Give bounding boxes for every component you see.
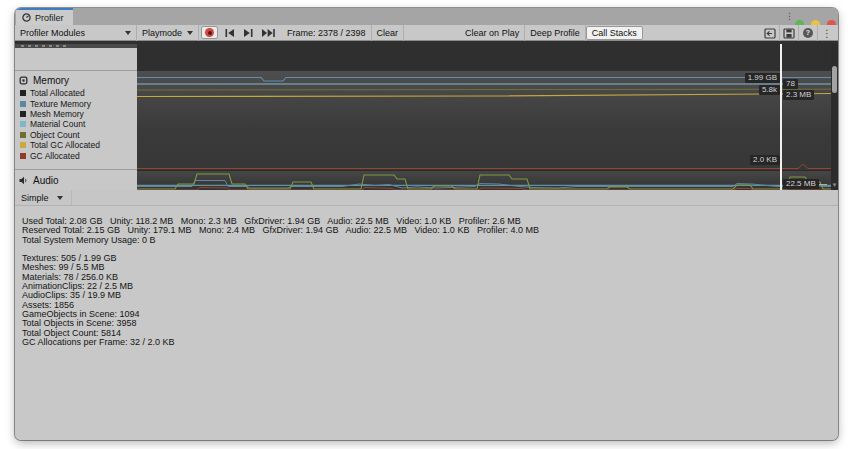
next-frame-button[interactable] xyxy=(239,25,258,40)
previous-frame-icon xyxy=(224,29,235,37)
current-frame-button[interactable] xyxy=(258,25,280,40)
tab-profiler-label: Profiler xyxy=(35,13,64,23)
audio-value-tick xyxy=(819,184,827,185)
help-button[interactable]: ? xyxy=(799,25,817,41)
legend-item-gc-allocated[interactable]: GC Allocated xyxy=(15,150,137,160)
playmode-dropdown[interactable]: Playmode xyxy=(137,25,198,40)
value-badge-texture-memory: 1.99 GB xyxy=(745,73,780,83)
speaker-icon xyxy=(19,176,28,185)
legend-label: Object Count xyxy=(30,130,80,140)
load-icon xyxy=(764,28,776,39)
toolbar-right-group: ? ⋮ xyxy=(761,25,836,41)
profiler-gauge-icon xyxy=(22,13,31,22)
details-line: AnimationClips: 22 / 2.5 MB xyxy=(22,282,838,291)
tabstrip-menu-icon[interactable]: ⋮ xyxy=(785,11,794,21)
legend-swatch xyxy=(20,121,26,127)
audio-module-panel: Audio xyxy=(15,170,137,190)
details-line: Total Objects in Scene: 3958 xyxy=(22,319,838,328)
legend-swatch xyxy=(20,90,26,96)
details-line: Materials: 78 / 256.0 KB xyxy=(22,273,838,282)
legend-item-object-count[interactable]: Object Count xyxy=(15,130,137,140)
last-frame-icon xyxy=(262,29,276,37)
memory-chart[interactable] xyxy=(137,71,831,170)
legend-swatch xyxy=(20,111,26,117)
legend-item-total-allocated[interactable]: Total Allocated xyxy=(15,88,137,98)
help-icon: ? xyxy=(803,28,813,38)
memory-chart-lines xyxy=(137,71,831,170)
details-line: Assets: 1856 xyxy=(22,301,838,310)
details-line: GameObjects in Scene: 1094 xyxy=(22,310,838,319)
legend-item-mesh-memory[interactable]: Mesh Memory xyxy=(15,109,137,119)
memory-module-panel: Memory Total Allocated Texture Memory Me… xyxy=(15,71,137,170)
toolbar-menu-button[interactable]: ⋮ xyxy=(818,25,836,41)
details-spacer xyxy=(22,245,838,254)
audio-module-header[interactable]: Audio xyxy=(15,170,137,188)
memory-module-label: Memory xyxy=(33,75,69,86)
profiler-main-row: Memory Total Allocated Texture Memory Me… xyxy=(15,44,838,190)
profiler-window: Profiler ⋮ Profiler Modules Playmode F xyxy=(15,8,838,440)
value-badge-object-count: 5.8k xyxy=(759,85,780,95)
legend-item-texture-memory[interactable]: Texture Memory xyxy=(15,98,137,108)
details-line: GC Allocations per Frame: 32 / 2.0 KB xyxy=(22,338,838,347)
legend-item-material-count[interactable]: Material Count xyxy=(15,119,137,129)
record-icon xyxy=(205,28,214,37)
save-button[interactable] xyxy=(780,25,798,41)
selected-frame-indicator[interactable] xyxy=(780,44,782,190)
previous-module-area xyxy=(15,48,137,71)
legend-item-total-gc-allocated[interactable]: Total GC Allocated xyxy=(15,140,137,150)
profiler-modules-label: Profiler Modules xyxy=(20,28,85,38)
profiler-toolbar: Profiler Modules Playmode Frame: 2378 / … xyxy=(15,25,838,41)
scrollbar-thumb[interactable] xyxy=(832,66,837,93)
frame-counter: Frame: 2378 / 2398 xyxy=(280,25,371,40)
audio-module-label: Audio xyxy=(33,175,59,186)
legend-swatch xyxy=(20,132,26,138)
save-icon xyxy=(783,28,795,39)
legend-label: Total GC Allocated xyxy=(30,140,100,150)
clipped-legend-text xyxy=(21,45,67,47)
playmode-label: Playmode xyxy=(142,28,182,38)
profiler-modules-dropdown[interactable]: Profiler Modules xyxy=(15,25,136,40)
value-badge-gc-allocated: 2.0 KB xyxy=(750,155,780,165)
total-gc-allocated-line xyxy=(137,94,831,97)
next-frame-icon xyxy=(243,29,254,37)
module-sidebar: Memory Total Allocated Texture Memory Me… xyxy=(15,44,137,190)
chevron-down-icon xyxy=(187,31,193,35)
legend-label: Total Allocated xyxy=(30,88,85,98)
clear-on-play-button[interactable]: Clear on Play xyxy=(460,25,524,40)
memory-details-pane: Used Total: 2.08 GB Unity: 118.2 MB Mono… xyxy=(15,206,838,440)
scroll-down-arrow-icon[interactable]: ▼ xyxy=(831,182,838,188)
memory-module-header[interactable]: Memory xyxy=(15,71,137,88)
value-badge-total-gc: 2.3 MB xyxy=(783,90,814,100)
object-count-line xyxy=(137,89,831,90)
clear-button[interactable]: Clear xyxy=(372,25,404,40)
details-line: Textures: 505 / 1.99 GB xyxy=(22,254,838,263)
tab-profiler[interactable]: Profiler xyxy=(16,8,73,25)
texture-memory-line xyxy=(137,78,831,82)
value-badge-material-count: 78 xyxy=(783,79,798,89)
legend-label: Texture Memory xyxy=(30,99,91,109)
value-badge-audio-memory: 22.5 MB xyxy=(783,179,819,189)
gc-allocated-line xyxy=(137,164,831,169)
chevron-down-icon xyxy=(57,196,63,200)
load-button[interactable] xyxy=(761,25,779,41)
chart-area[interactable]: 1.99 GB 78 5.8k 2.3 MB 2.0 KB 22.5 MB xyxy=(137,44,831,190)
details-toolbar: Simple xyxy=(15,190,838,206)
details-line: Total System Memory Usage: 0 B xyxy=(22,236,838,245)
details-line: AudioClips: 35 / 19.9 MB xyxy=(22,291,838,300)
details-view-label: Simple xyxy=(21,193,49,203)
details-view-dropdown[interactable]: Simple xyxy=(15,190,72,205)
chevron-down-icon xyxy=(125,31,131,35)
call-stacks-button[interactable]: Call Stacks xyxy=(586,26,643,40)
record-button[interactable] xyxy=(201,26,218,39)
deep-profile-button[interactable]: Deep Profile xyxy=(525,25,585,40)
legend-label: GC Allocated xyxy=(30,151,80,161)
previous-frame-button[interactable] xyxy=(220,25,239,40)
toolbar-separator xyxy=(198,25,199,41)
profiler-window-page: Profiler ⋮ Profiler Modules Playmode F xyxy=(0,0,850,449)
legend-swatch xyxy=(20,142,26,148)
tab-strip: Profiler ⋮ xyxy=(15,8,838,25)
toolbar-separator xyxy=(403,25,404,41)
audio-chart-lines xyxy=(137,171,831,190)
audio-chart[interactable] xyxy=(137,170,831,190)
module-scrollbar[interactable]: ▼ xyxy=(831,44,838,190)
